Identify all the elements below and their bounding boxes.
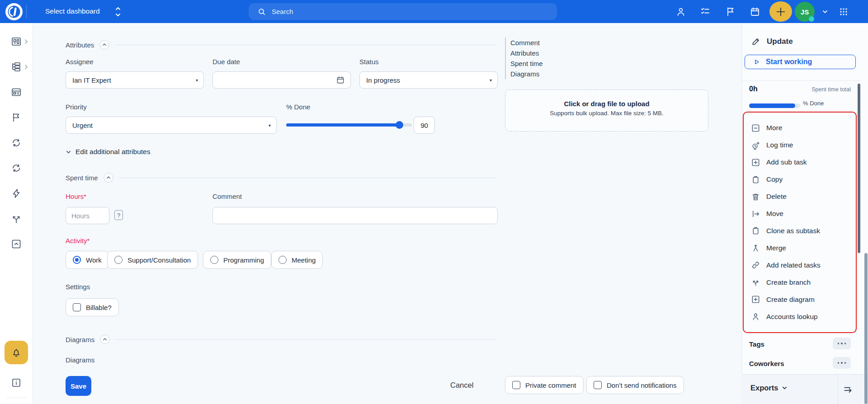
due-date-input[interactable]: [212, 71, 351, 89]
merge-icon: [751, 244, 760, 252]
done-slider-handle[interactable]: [396, 121, 403, 129]
panel-done-label: % Done: [803, 100, 824, 107]
menu-item-log-time[interactable]: Log time: [744, 141, 856, 150]
calendar-button[interactable]: [747, 4, 763, 19]
status-select[interactable]: In progress ▾: [359, 71, 498, 89]
collapse-section-icon[interactable]: [99, 40, 109, 50]
menu-item-accounts-lookup[interactable]: Accounts lookup: [744, 312, 856, 321]
cancel-button[interactable]: Cancel: [450, 381, 473, 390]
done-slider-fill: [286, 123, 399, 127]
play-icon: [753, 58, 760, 66]
search-input[interactable]: [271, 7, 526, 16]
dont-send-notifications-checkbox[interactable]: Don't send notifications: [586, 376, 684, 394]
sidebar-cards-button[interactable]: [11, 87, 22, 98]
edit-additional-attributes[interactable]: Edit additional attributes: [66, 148, 150, 156]
menu-item-label: Copy: [766, 175, 783, 183]
panel-expand-button[interactable]: [843, 384, 854, 395]
done-label: % Done: [286, 103, 310, 111]
dropzone-title: Click or drag file to upload: [564, 100, 649, 108]
calendar-icon[interactable]: [336, 75, 345, 85]
anchor-attributes[interactable]: Attributes: [510, 48, 543, 58]
app-logo[interactable]: [5, 3, 23, 20]
avatar-dropdown[interactable]: [817, 4, 833, 19]
dashboard-selector[interactable]: Select dashboard: [45, 7, 100, 15]
diagrams-field-label: Diagrams: [66, 356, 94, 364]
billable-checkbox[interactable]: Billable?: [66, 298, 119, 316]
notifications-button[interactable]: [5, 341, 28, 364]
sidebar-branch-button[interactable]: [11, 213, 22, 224]
attributes-section-header: Attributes: [66, 40, 496, 50]
anchor-diagrams[interactable]: Diagrams: [510, 69, 543, 79]
sidebar-sync-button[interactable]: [11, 137, 22, 148]
spent-time-total-label: Spent time total: [796, 86, 851, 93]
activity-option-meeting[interactable]: Meeting: [271, 251, 323, 269]
sidebar-expand-chevron-2[interactable]: [24, 64, 28, 70]
sidebar-expand-chevron[interactable]: [24, 39, 28, 44]
exports-button[interactable]: Exports: [750, 384, 788, 392]
anchor-comment[interactable]: Comment: [510, 38, 543, 48]
dashboard-sort-icon[interactable]: [114, 6, 122, 18]
sidebar-flag-button[interactable]: [11, 112, 22, 123]
browser-card-icon: [11, 87, 22, 98]
menu-item-add-related-tasks[interactable]: Add related tasks: [744, 261, 856, 269]
menu-item-merge[interactable]: Merge: [744, 244, 856, 252]
coworkers-more-button[interactable]: [833, 357, 851, 369]
menu-item-copy[interactable]: Copy: [744, 175, 856, 184]
flag-button[interactable]: [723, 4, 738, 19]
assignee-select[interactable]: Ian IT Expert ▾: [66, 71, 204, 89]
activity-option-work[interactable]: Work: [66, 251, 109, 269]
exports-label: Exports: [750, 384, 778, 392]
sidebar-archive-button[interactable]: [11, 239, 22, 249]
sidebar-automation-button[interactable]: [11, 188, 22, 199]
priority-select[interactable]: Urgent ▾: [66, 117, 277, 134]
activity-option-support[interactable]: Support/Consultation: [107, 251, 198, 269]
activity-option-label: Programming: [223, 256, 264, 264]
menu-item-label: Merge: [766, 244, 786, 252]
menu-item-create-branch[interactable]: Create branch: [744, 278, 856, 287]
activity-option-programming[interactable]: Programming: [203, 251, 271, 269]
tasks-button[interactable]: [698, 4, 713, 19]
task-actions-menu: More Log time Add sub task Copy Delete M…: [743, 112, 857, 333]
hours-help-icon[interactable]: ?: [114, 210, 123, 220]
activity-option-label: Work: [86, 256, 102, 264]
window-scrollbar[interactable]: [864, 253, 868, 404]
chevron-down-icon: [66, 149, 71, 155]
menu-item-label: Add sub task: [766, 158, 807, 166]
header-divider: [26, 5, 27, 18]
panel-scrollbar[interactable]: [858, 84, 860, 253]
sidebar-hierarchy-button[interactable]: [11, 61, 22, 72]
dots-icon: [838, 362, 840, 364]
menu-item-delete[interactable]: Delete: [744, 193, 856, 201]
tags-more-button[interactable]: [833, 338, 851, 349]
start-working-label: Start working: [766, 58, 812, 66]
menu-item-clone-as-subtask[interactable]: Clone as subtask: [744, 226, 856, 235]
collapse-section-icon[interactable]: [104, 173, 113, 183]
comment-input[interactable]: [212, 207, 498, 224]
create-new-button[interactable]: [769, 1, 792, 22]
start-working-button[interactable]: Start working: [745, 55, 856, 69]
private-comment-checkbox[interactable]: Private comment: [505, 376, 584, 394]
flag-icon: [725, 6, 736, 17]
save-button[interactable]: Save: [66, 376, 91, 396]
sidebar-dashboard-button[interactable]: [11, 36, 22, 47]
menu-item-add-sub-task[interactable]: Add sub task: [744, 158, 856, 167]
sidebar-info-button[interactable]: [11, 377, 22, 388]
menu-item-create-diagram[interactable]: Create diagram: [744, 295, 856, 304]
apps-grid-button[interactable]: [836, 4, 851, 19]
user-menu-button[interactable]: [673, 4, 689, 19]
update-button[interactable]: Update: [751, 37, 793, 46]
hours-input[interactable]: [66, 207, 109, 224]
caret-down-icon: ▾: [196, 78, 198, 83]
global-search[interactable]: [249, 3, 557, 20]
plus-square-icon: [751, 295, 760, 304]
menu-item-label: Accounts lookup: [766, 313, 818, 321]
anchor-spent-time[interactable]: Spent time: [510, 58, 543, 69]
sidebar-sync-button-2[interactable]: [11, 163, 22, 174]
done-value-box[interactable]: 90: [414, 117, 435, 134]
done-slider[interactable]: [286, 123, 412, 127]
menu-item-more[interactable]: More: [744, 124, 856, 132]
menu-item-move[interactable]: Move: [744, 210, 856, 218]
file-dropzone[interactable]: Click or drag file to upload Supports bu…: [505, 89, 708, 132]
bell-icon: [11, 347, 22, 358]
collapse-section-icon[interactable]: [100, 334, 110, 344]
